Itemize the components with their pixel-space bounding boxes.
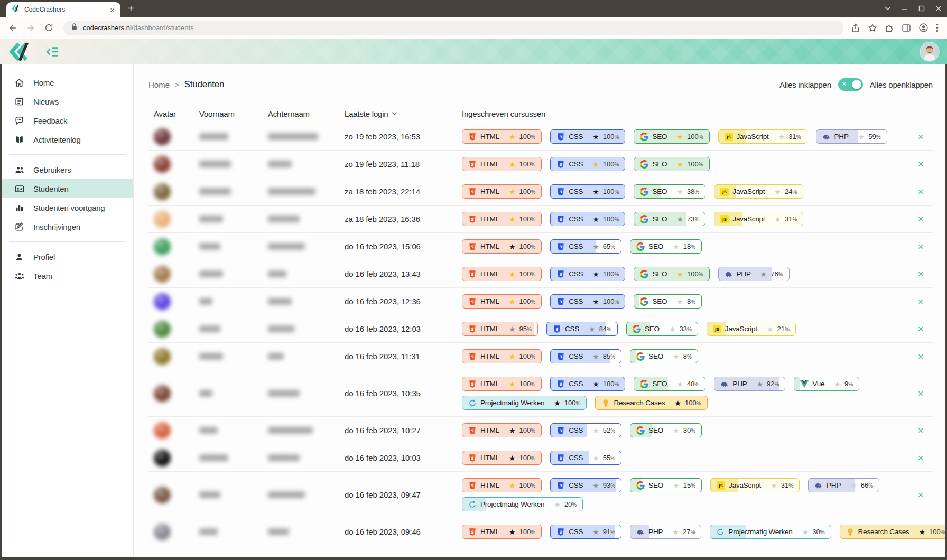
sidebar-item-label: Nieuws [33, 97, 59, 106]
row-remove-button[interactable]: × [908, 351, 933, 361]
course-progress-percent: 9% [844, 380, 853, 388]
row-remove-button[interactable]: × [908, 132, 933, 142]
google-icon [640, 133, 648, 141]
forward-button[interactable] [23, 21, 38, 35]
new-tab-button[interactable]: + [128, 3, 134, 15]
star-icon: ★ [774, 216, 781, 223]
course-badge-css: 3CSS★100% [550, 212, 625, 226]
course-name: SEO [652, 215, 667, 223]
tab-search-chevron-icon[interactable] [885, 6, 891, 11]
course-name: HTML [480, 297, 499, 305]
row-remove-button[interactable]: × [908, 296, 933, 306]
course-badge-vue: Vue★9% [794, 377, 859, 391]
sidebar-item-studenten-voortgang[interactable]: Studenten voortgang [2, 198, 133, 217]
svg-text:5: 5 [471, 529, 474, 534]
browser-tab-bar: CodeCrashers × + [0, 0, 947, 17]
course-name: HTML [480, 242, 499, 250]
first-name-redacted [199, 216, 223, 222]
student-avatar [154, 266, 171, 283]
user-avatar[interactable] [921, 43, 939, 61]
sidebar-collapse-icon[interactable] [47, 46, 59, 57]
star-icon: ★ [770, 482, 777, 489]
html5-icon: 5 [468, 160, 477, 169]
svg-text:JS: JS [726, 135, 731, 139]
row-remove-button[interactable]: × [908, 269, 933, 279]
column-header-voornaam: Voornaam [199, 109, 268, 118]
row-remove-button[interactable]: × [908, 214, 933, 224]
sidebar-item-team[interactable]: Team [2, 266, 133, 285]
row-remove-button[interactable]: × [908, 425, 933, 435]
row-remove-button[interactable]: × [908, 241, 933, 251]
sidebar-item-studenten[interactable]: Studenten [2, 179, 133, 198]
html5-icon: 5 [468, 270, 477, 278]
css3-icon: 3 [556, 528, 565, 536]
last-login-value: do 16 feb 2023, 12:36 [345, 297, 462, 306]
table-row: do 16 feb 2023, 11:315HTML★100%3CSS★85%S… [148, 342, 933, 370]
row-remove-button[interactable]: × [908, 490, 933, 500]
star-icon: ★ [672, 528, 679, 536]
sidebar-item-activiteitenlog[interactable]: Activiteitenlog [2, 130, 133, 149]
course-badge-seo: SEO★15% [630, 478, 702, 492]
breadcrumb-home-link[interactable]: Home [148, 80, 170, 89]
minimize-button[interactable] [902, 5, 908, 12]
star-icon: ★ [509, 482, 516, 489]
course-badge-seo: SEO★100% [634, 157, 709, 171]
last-name-redacted [268, 243, 305, 250]
sidebar-item-gebruikers[interactable]: Gebruikers [2, 160, 133, 179]
course-badge-javascript: JSJavaScript★24% [714, 184, 803, 199]
sidebar-item-nieuws[interactable]: Nieuws [2, 92, 133, 111]
refresh-button[interactable] [41, 21, 56, 35]
column-header-cursussen: Ingeschreven cursussen [462, 109, 908, 118]
google-icon [640, 270, 648, 278]
browser-tab[interactable]: CodeCrashers × [6, 2, 120, 17]
course-badge-html: 5HTML★95% [462, 322, 538, 336]
browser-profile-icon[interactable] [918, 23, 929, 33]
maximize-button[interactable] [918, 5, 925, 12]
collapse-all-label[interactable]: Alles inklappen [779, 80, 831, 89]
html5-icon: 5 [468, 242, 477, 251]
share-icon[interactable] [851, 23, 860, 33]
course-progress-percent: 100% [519, 133, 536, 141]
sidebar-item-label: Feedback [33, 116, 67, 125]
star-icon: ★ [509, 188, 516, 195]
star-icon: ★ [592, 353, 599, 360]
course-name: SEO [648, 426, 663, 434]
extensions-puzzle-icon[interactable] [885, 23, 894, 33]
bookmark-star-icon[interactable] [868, 23, 877, 33]
svg-text:5: 5 [471, 455, 474, 460]
tab-close-icon[interactable]: × [108, 6, 116, 14]
last-name-redacted [268, 270, 286, 277]
svg-text:5: 5 [471, 217, 474, 221]
sidebar-item-profiel[interactable]: Profiel [2, 247, 133, 266]
codecrashers-logo-icon [8, 42, 33, 61]
row-remove-button[interactable]: × [908, 453, 933, 463]
svg-text:3: 3 [560, 381, 562, 386]
collapse-expand-toggle[interactable]: × [838, 78, 863, 91]
row-remove-button[interactable]: × [908, 159, 933, 169]
css3-icon: 3 [556, 297, 565, 306]
close-window-button[interactable] [935, 5, 942, 12]
kebab-menu-icon[interactable] [936, 23, 939, 32]
course-name: SEO [652, 270, 667, 278]
sidebar-item-home[interactable]: Home [2, 73, 133, 92]
row-remove-button[interactable]: × [908, 388, 933, 398]
page-title: Studenten [184, 79, 225, 90]
side-panel-icon[interactable] [902, 23, 911, 33]
course-progress-percent: 100% [519, 528, 536, 536]
star-icon: ★ [774, 188, 781, 195]
column-header-laatste-login[interactable]: Laatste login [345, 109, 462, 118]
course-name: PHP [737, 270, 751, 278]
star-icon: ★ [592, 216, 599, 223]
svg-text:3: 3 [560, 354, 562, 359]
row-remove-button[interactable]: × [908, 324, 933, 334]
sidebar-item-inschrijvingen[interactable]: Inschrijvingen [2, 217, 133, 236]
row-remove-button[interactable]: × [908, 186, 933, 197]
back-button[interactable] [5, 21, 20, 35]
html5-icon: 5 [468, 426, 477, 435]
table-row: za 18 feb 2023, 22:145HTML★100%3CSS★100%… [148, 178, 933, 205]
sidebar-item-feedback[interactable]: Feedback [2, 111, 133, 130]
star-icon: ★ [850, 482, 857, 489]
url-bar[interactable]: codecrashers.nl/dashboard/students [63, 21, 843, 35]
expand-all-label[interactable]: Alles openklappen [870, 80, 933, 89]
star-icon: ★ [674, 399, 681, 407]
